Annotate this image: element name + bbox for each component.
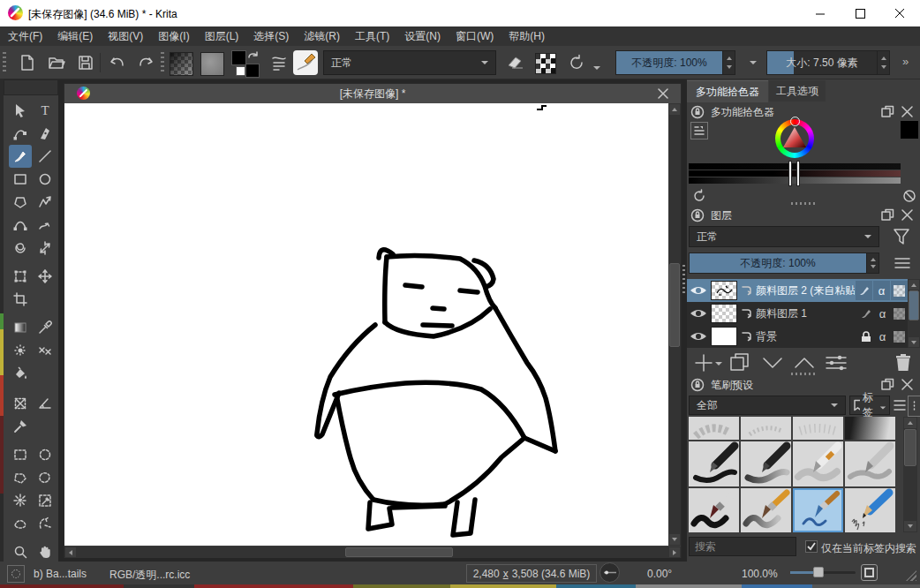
hue-ring[interactable] (775, 119, 814, 158)
visibility-eye-icon[interactable] (689, 307, 708, 320)
tool-colorize-mask[interactable] (9, 339, 32, 362)
preset-scrollbar[interactable] (903, 417, 917, 532)
canvas-close-icon[interactable] (658, 88, 668, 99)
visibility-eye-icon[interactable] (689, 284, 708, 297)
duplicate-layer-button[interactable] (729, 352, 750, 373)
save-button[interactable] (74, 51, 97, 74)
fit-page-button[interactable] (861, 564, 878, 581)
brush-preset-eraser-soft[interactable] (793, 417, 843, 440)
menu-help[interactable]: 帮助(H) (509, 29, 545, 44)
brush-preset-watercolor-selected[interactable] (793, 488, 843, 532)
preset-display-mode-button[interactable] (908, 396, 920, 417)
float-docker-icon[interactable] (881, 208, 894, 222)
tag-button[interactable]: 标签 (849, 396, 890, 415)
inherit-alpha-toggle[interactable]: α (874, 327, 891, 346)
visibility-eye-icon[interactable] (689, 330, 708, 343)
tool-select-shapes[interactable] (9, 99, 32, 122)
new-document-button[interactable] (16, 51, 39, 74)
tool-polygon-select[interactable] (9, 466, 32, 489)
tool-reference-images[interactable] (9, 415, 32, 438)
tool-rectangle[interactable] (9, 168, 32, 191)
layer-opacity-slider[interactable]: 不透明度: 100% (689, 253, 879, 274)
refresh-icon[interactable] (692, 189, 706, 203)
scroll-down-arrow[interactable] (669, 534, 680, 545)
delete-layer-button[interactable] (894, 352, 913, 373)
toolbar-drag-handle[interactable] (3, 52, 6, 73)
alpha-lock-brush-icon[interactable] (856, 281, 872, 300)
menu-view[interactable]: 视图(V) (108, 29, 143, 44)
canvas-horizontal-scrollbar[interactable] (64, 547, 681, 558)
hue-marker[interactable] (790, 117, 800, 126)
opacity-spinner[interactable] (722, 51, 735, 74)
close-icon[interactable] (901, 209, 913, 221)
foreground-color-swatch[interactable] (231, 50, 246, 65)
tool-crop[interactable] (9, 288, 32, 311)
gradient-chooser-button[interactable] (170, 52, 193, 76)
docker-resize-handle[interactable] (791, 202, 816, 205)
opacity-options-chevron-icon[interactable] (750, 61, 757, 64)
brush-size-spinner[interactable] (877, 51, 889, 74)
close-icon[interactable] (901, 379, 913, 390)
tool-transform[interactable] (9, 265, 32, 288)
zoom-slider-track[interactable] (790, 571, 856, 574)
brush-preset-wet-bristle[interactable] (689, 488, 739, 532)
layer-alpha-channel-icon[interactable] (891, 281, 908, 300)
alpha-lock-brush-icon[interactable] (857, 304, 874, 323)
scroll-up-arrow[interactable] (904, 418, 916, 428)
rotation-angle-value[interactable]: 0.00° (647, 568, 672, 580)
eraser-mode-button[interactable] (503, 51, 526, 74)
window-resize-grip[interactable] (906, 570, 916, 581)
menu-settings[interactable]: 设置(N) (404, 29, 441, 44)
hamburger-menu-icon[interactable] (894, 256, 911, 270)
inherit-alpha-toggle[interactable]: α (873, 281, 890, 300)
lock-icon[interactable] (690, 378, 705, 392)
dock-splitter-handle[interactable] (682, 265, 685, 293)
docker-resize-handle[interactable] (791, 373, 816, 375)
lightness-bar[interactable] (689, 177, 901, 184)
search-scope-checkbox[interactable] (805, 540, 818, 553)
current-color-swatch[interactable] (901, 121, 918, 139)
selection-indicator-icon[interactable] (7, 565, 25, 583)
blocked-icon[interactable] (902, 189, 916, 203)
zoom-slider-thumb[interactable] (813, 567, 824, 577)
menu-select[interactable]: 选择(S) (253, 29, 289, 44)
tool-calligraphy[interactable] (34, 122, 57, 145)
move-layer-down-button[interactable] (761, 355, 784, 371)
scroll-up-arrow[interactable] (669, 104, 680, 115)
tool-assistants[interactable] (9, 392, 32, 415)
tool-dynamic-brush[interactable] (9, 237, 32, 260)
scroll-thumb[interactable] (345, 547, 453, 557)
tool-ellipse[interactable] (34, 168, 57, 191)
color-selector-settings-button[interactable] (690, 122, 708, 139)
color-profile-label[interactable]: RGB/透明...rc.icc (109, 568, 190, 583)
layer-thumbnail[interactable] (711, 281, 737, 300)
redo-button[interactable] (134, 51, 157, 74)
presets-hamburger-icon[interactable] (893, 397, 907, 413)
brush-size-slider[interactable]: 大小: 7.50 像素 (766, 50, 890, 75)
tool-zoom[interactable] (9, 540, 32, 563)
layer-blending-mode-dropdown[interactable]: 正常 (689, 226, 879, 247)
layer-row[interactable]: 背景 α (687, 325, 908, 348)
inherit-alpha-toggle[interactable]: α (874, 304, 891, 323)
tool-multibrush[interactable] (34, 237, 57, 260)
undo-button[interactable] (106, 51, 129, 74)
move-layer-up-button[interactable] (793, 355, 816, 371)
scroll-thumb[interactable] (909, 290, 919, 320)
tool-polygon[interactable] (9, 191, 32, 214)
brush-preset-eraser-circle[interactable] (689, 417, 739, 440)
menu-window[interactable]: 窗口(W) (456, 29, 494, 44)
layer-lock-icon[interactable] (857, 327, 874, 346)
toolbar-overflow-button[interactable]: » (902, 55, 909, 68)
tool-freehand-brush[interactable] (9, 145, 32, 168)
tab-advanced-color-selector[interactable]: 多功能拾色器 (687, 80, 768, 102)
current-brush-name[interactable]: b) Ba...tails (34, 568, 87, 580)
brush-preset-dry-bristle[interactable] (741, 488, 791, 532)
brush-preset-silver-pen[interactable] (845, 441, 895, 486)
tool-fill[interactable] (9, 362, 32, 385)
opacity-slider[interactable]: 不透明度: 100% (615, 50, 735, 75)
background-color-swatch-alt[interactable] (245, 64, 260, 78)
tool-text[interactable]: T (34, 99, 57, 122)
tool-rect-select[interactable] (9, 443, 32, 466)
scroll-up-arrow[interactable] (909, 280, 919, 290)
menu-layer[interactable]: 图层(L) (205, 29, 239, 44)
